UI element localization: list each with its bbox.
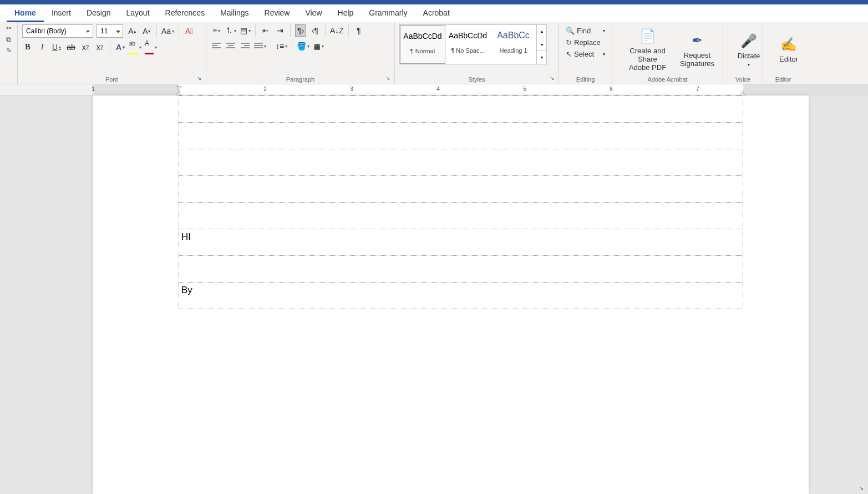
style-normal[interactable]: AaBbCcDd ¶ Normal [400, 25, 445, 64]
document-page[interactable]: HI By [93, 95, 809, 494]
align-left-icon[interactable] [211, 40, 222, 52]
table-row[interactable] [179, 256, 743, 283]
bold-button[interactable]: B [22, 41, 33, 53]
doc-gutter [0, 95, 93, 494]
clear-formatting-icon[interactable]: A⃠ [184, 25, 195, 37]
select-button[interactable]: ↖ Select ▾ [564, 49, 607, 59]
editor-button[interactable]: ✍ Editor [771, 27, 806, 73]
find-button[interactable]: 🔍 Find ▾ [564, 26, 607, 36]
tab-help[interactable]: Help [330, 5, 362, 22]
style-no-spacing[interactable]: AaBbCcDd ¶ No Spac... [445, 25, 491, 64]
clipboard-launcher-icon[interactable]: ↘ [859, 485, 867, 493]
numbering-icon[interactable]: ⒈ [225, 24, 236, 37]
table-row[interactable] [179, 123, 743, 149]
ribbon-tabs: Home Insert Design Layout References Mai… [0, 4, 868, 22]
cut-icon[interactable]: ✂ [6, 24, 12, 32]
font-group: Calibri (Body) 11 A▴ A▾ Aa A⃠ B I U ab x… [18, 22, 206, 84]
font-color-icon[interactable]: A [145, 41, 157, 53]
shrink-font-icon[interactable]: A▾ [141, 25, 152, 37]
subscript-button[interactable]: x2 [80, 41, 91, 53]
tab-references[interactable]: References [158, 5, 213, 22]
align-right-icon[interactable] [240, 40, 251, 52]
search-icon: 🔍 [566, 27, 575, 35]
signature-icon: ✒ [692, 32, 703, 49]
tab-mailings[interactable]: Mailings [212, 5, 256, 22]
editing-group: 🔍 Find ▾ ↻ Replace ↖ Select ▾ Editing [559, 22, 612, 84]
tab-home[interactable]: Home [7, 5, 44, 22]
sort-icon[interactable]: A↓Z [330, 24, 344, 37]
table-cell[interactable] [179, 123, 743, 149]
editor-group-label: Editor [768, 75, 799, 84]
chevron-down-icon: ▾ [603, 28, 605, 33]
borders-icon[interactable]: ▦ [313, 40, 324, 52]
document-table[interactable]: HI By [179, 95, 743, 309]
text-effects-icon[interactable]: A [115, 41, 126, 53]
font-size-select[interactable]: 11 [97, 24, 123, 38]
font-name-select[interactable]: Calibri (Body) [22, 24, 93, 38]
multilevel-list-icon[interactable]: ▤ [240, 24, 251, 37]
italic-button[interactable]: I [37, 41, 48, 53]
tab-review[interactable]: Review [257, 5, 298, 22]
paragraph-launcher-icon[interactable]: ↘ [385, 75, 393, 83]
table-cell[interactable]: By [179, 283, 743, 309]
acrobat-group: 📄 Create and Share Adobe PDF ✒ Request S… [612, 22, 723, 84]
table-cell[interactable] [179, 176, 743, 203]
create-share-pdf-button[interactable]: 📄 Create and Share Adobe PDF [620, 27, 675, 73]
strikethrough-button[interactable]: ab [65, 41, 77, 53]
tab-layout[interactable]: Layout [119, 5, 158, 22]
table-row[interactable]: HI [179, 229, 743, 256]
styles-more-icon[interactable]: ▾ [537, 51, 546, 64]
shading-icon[interactable]: 🪣 [297, 40, 309, 52]
table-row[interactable]: By [179, 283, 743, 309]
copy-icon[interactable]: ⧉ [6, 36, 11, 43]
replace-button[interactable]: ↻ Replace [564, 37, 607, 48]
table-row[interactable] [179, 96, 743, 123]
change-case-icon[interactable]: Aa [161, 25, 174, 37]
line-spacing-icon[interactable]: ↕≡ [276, 40, 287, 52]
styles-gallery: AaBbCcDd ¶ Normal AaBbCcDd ¶ No Spac... … [399, 24, 547, 64]
styles-launcher-icon[interactable]: ↘ [550, 75, 557, 83]
paragraph-group: ≡ ⒈ ▤ ⇤ ⇥ ¶› ‹¶ A↓Z ¶ [206, 22, 395, 84]
styles-group-label: Styles [399, 75, 554, 84]
highlight-color-icon[interactable]: ab [129, 41, 141, 53]
tab-insert[interactable]: Insert [44, 5, 79, 22]
styles-up-icon[interactable]: ▴ [537, 25, 546, 38]
rtl-icon[interactable]: ‹¶ [309, 24, 321, 37]
increase-indent-icon[interactable]: ⇥ [275, 24, 286, 37]
table-row[interactable] [179, 203, 743, 229]
style-label: ¶ Normal [403, 48, 443, 54]
ltr-icon[interactable]: ¶› [295, 24, 306, 37]
tab-acrobat[interactable]: Acrobat [415, 5, 458, 22]
decrease-indent-icon[interactable]: ⇤ [260, 24, 271, 37]
title-bar [0, 0, 868, 4]
show-marks-icon[interactable]: ¶ [353, 24, 364, 37]
table-row[interactable] [179, 149, 743, 176]
styles-down-icon[interactable]: ▾ [537, 38, 546, 52]
horizontal-ruler[interactable]: ▽ △ △ 1 2 3 4 5 6 7 [93, 84, 868, 95]
table-cell[interactable] [179, 96, 743, 123]
tab-design[interactable]: Design [79, 5, 119, 22]
tab-grammarly[interactable]: Grammarly [361, 5, 415, 22]
bullets-icon[interactable]: ≡ [211, 24, 222, 37]
editing-group-label: Editing [564, 75, 607, 84]
align-center-icon[interactable] [225, 40, 236, 52]
style-heading-1[interactable]: AaBbCc Heading 1 [491, 25, 536, 64]
table-cell[interactable] [179, 203, 743, 229]
pdf-icon: 📄 [639, 28, 656, 44]
format-painter-icon[interactable]: ✎ [6, 47, 12, 54]
table-cell[interactable] [179, 256, 743, 283]
editor-group: ✍ Editor Editor [763, 22, 803, 84]
justify-icon[interactable] [254, 40, 266, 52]
table-cell[interactable] [179, 149, 743, 176]
grow-font-icon[interactable]: A▴ [126, 25, 138, 37]
font-launcher-icon[interactable]: ↘ [197, 75, 205, 83]
chevron-down-icon: ▾ [603, 52, 605, 57]
underline-button[interactable]: U [51, 41, 62, 53]
voice-group: 🎤 Dictate ▾ Voice [723, 22, 763, 84]
table-cell[interactable]: HI [179, 229, 743, 256]
dictate-button[interactable]: 🎤 Dictate ▾ [731, 27, 767, 73]
tab-view[interactable]: View [297, 5, 329, 22]
request-signatures-button[interactable]: ✒ Request Signatures [679, 27, 715, 73]
table-row[interactable] [179, 176, 743, 203]
superscript-button[interactable]: x2 [94, 41, 105, 53]
